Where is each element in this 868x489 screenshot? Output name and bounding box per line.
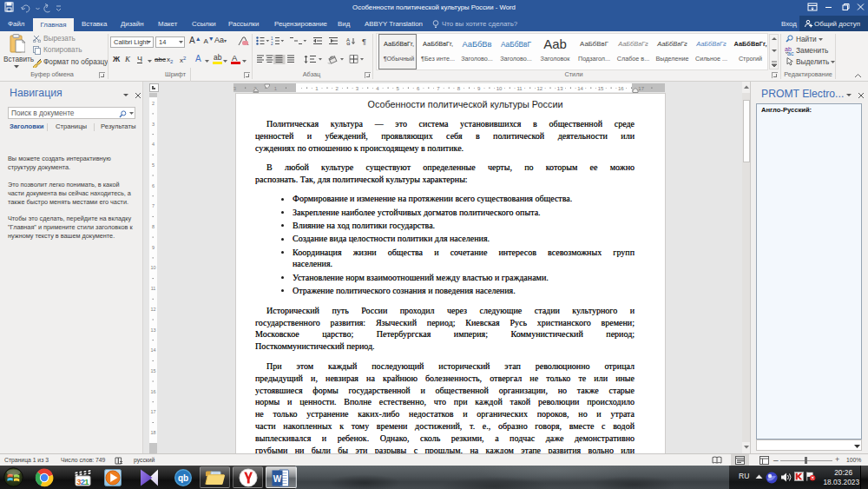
svg-text:16: 16 xyxy=(150,389,155,394)
svg-text:10: 10 xyxy=(150,265,155,270)
svg-text:2: 2 xyxy=(152,101,155,106)
svg-text:11: 11 xyxy=(151,286,156,291)
svg-text:Я: Я xyxy=(346,42,350,45)
svg-text:15: 15 xyxy=(598,86,604,91)
svg-text:4: 4 xyxy=(152,142,155,147)
svg-text:1: 1 xyxy=(271,36,273,41)
svg-text:11: 11 xyxy=(516,86,523,91)
svg-text:13: 13 xyxy=(150,327,155,333)
svg-text:17: 17 xyxy=(638,86,644,91)
svg-text:8: 8 xyxy=(152,224,155,229)
svg-text:12: 12 xyxy=(536,86,542,91)
svg-text:1: 1 xyxy=(84,477,89,486)
svg-text:7: 7 xyxy=(152,203,155,208)
svg-text:13: 13 xyxy=(557,86,563,91)
svg-text:2: 2 xyxy=(271,42,273,45)
svg-text:17: 17 xyxy=(150,409,155,414)
svg-text:qb: qb xyxy=(178,473,188,483)
svg-text:3: 3 xyxy=(152,122,155,127)
svg-text:5: 5 xyxy=(152,162,155,168)
svg-text:9: 9 xyxy=(152,245,155,250)
svg-text:15: 15 xyxy=(150,368,155,373)
svg-text:16: 16 xyxy=(618,86,624,91)
svg-text:10: 10 xyxy=(496,86,503,91)
svg-text:12: 12 xyxy=(150,307,155,312)
svg-text:6: 6 xyxy=(152,183,155,188)
svg-text:18: 18 xyxy=(150,430,155,435)
svg-text:ac: ac xyxy=(787,50,794,56)
svg-text:¶: ¶ xyxy=(362,37,366,45)
svg-text:W: W xyxy=(273,474,282,484)
svg-text:14: 14 xyxy=(150,347,155,353)
svg-text:14: 14 xyxy=(577,86,583,91)
